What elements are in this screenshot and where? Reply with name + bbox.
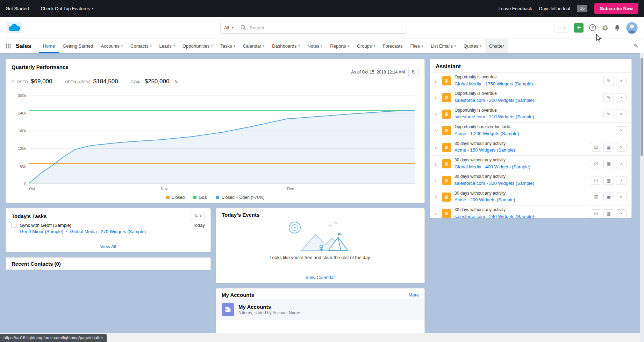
task-title[interactable]: Sync with Geoff (Sample) (20, 223, 71, 228)
app-launcher-button[interactable] (5, 42, 12, 50)
log-task-button[interactable]: ☑ (591, 209, 601, 218)
chevron-down-icon[interactable]: ▾ (211, 44, 213, 48)
assistant-item-link[interactable]: salesforce.com - 200 Widgets (Sample) (455, 98, 534, 103)
tab-dashboards[interactable]: Dashboards▾ (268, 39, 303, 53)
assistant-item-link[interactable]: Global Media - 400 Widgets (Sample) (455, 164, 530, 169)
chevron-down-icon[interactable]: ▾ (455, 44, 456, 48)
global-actions-button[interactable]: + (574, 23, 584, 33)
tab-contacts[interactable]: Contacts▾ (127, 39, 155, 53)
chevron-down-icon[interactable]: ▾ (263, 44, 264, 48)
chevron-right-icon[interactable]: › (435, 111, 438, 117)
assistant-item-link[interactable]: Acme - 200 Widgets (Sample) (455, 197, 515, 202)
chevron-down-icon[interactable]: ▾ (298, 44, 300, 48)
assistant-item-link[interactable]: Global Media - 1750 Widgets (Sample) (455, 81, 533, 86)
tab-quotes[interactable]: Quotes▾ (460, 39, 485, 53)
task-sort-button[interactable]: ⇅ ▾ (191, 212, 205, 220)
page-scrollbar[interactable] (640, 53, 644, 342)
tab-groups[interactable]: Groups▾ (353, 39, 379, 53)
metric-label: OPEN (>70%) (65, 80, 91, 84)
edit-button[interactable]: ✎ (603, 110, 614, 118)
view-all-link[interactable]: View All (100, 244, 116, 249)
search-scope-selector[interactable]: All ▾ (221, 22, 237, 33)
tab-forecasts[interactable]: Forecasts (379, 39, 407, 53)
get-started-link[interactable]: Get Started (6, 6, 29, 11)
tab-getting-started[interactable]: Getting Started (59, 39, 97, 53)
tab-label: Contacts (130, 43, 148, 49)
edit-page-icon[interactable]: ✎ (633, 41, 639, 51)
edit-goal-icon[interactable]: ✎ (174, 79, 178, 84)
chevron-right-icon[interactable]: › (435, 78, 438, 84)
dismiss-button[interactable]: × (616, 126, 627, 135)
task-contact-link[interactable]: Geoff Minor (Sample) (20, 229, 63, 234)
assistant-item-link[interactable]: Acme - 1,200 Widgets (Sample) (455, 131, 519, 136)
assistant-item-link[interactable]: Acme - 150 Widgets (Sample) (455, 147, 515, 153)
tab-chatter[interactable]: Chatter (485, 39, 508, 53)
chevron-down-icon[interactable]: ▾ (422, 44, 423, 48)
view-calendar-link[interactable]: View Calendar (306, 275, 335, 280)
edit-button[interactable]: ✎ (603, 77, 614, 85)
dismiss-button[interactable]: × (616, 176, 627, 185)
new-event-button[interactable]: ▦ (603, 143, 614, 152)
dismiss-button[interactable]: × (616, 93, 627, 102)
assistant-item-link[interactable]: salesforce.com - 320 Widgets (Sample) (455, 181, 534, 186)
new-event-button[interactable]: ▦ (603, 209, 614, 218)
global-search[interactable]: All ▾ (220, 22, 407, 34)
new-event-button[interactable]: ▦ (603, 160, 614, 168)
help-button[interactable]: ? (589, 24, 596, 31)
task-opportunity-link[interactable]: Global Media - 270 Widgets (Sample) (70, 229, 146, 234)
chevron-down-icon[interactable]: ▾ (173, 44, 175, 48)
chevron-right-icon[interactable]: › (435, 95, 438, 100)
task-checkbox[interactable] (12, 223, 16, 228)
tab-calendar[interactable]: Calendar▾ (239, 39, 268, 53)
dismiss-button[interactable]: × (616, 77, 627, 85)
new-event-button[interactable]: ▦ (603, 176, 614, 185)
dismiss-button[interactable]: × (616, 160, 627, 168)
tab-home[interactable]: Home (39, 39, 59, 53)
chevron-right-icon[interactable]: › (435, 161, 438, 167)
log-task-button[interactable]: ☑ (591, 160, 601, 168)
log-task-button[interactable]: ☑ (591, 193, 601, 201)
tab-accounts[interactable]: Accounts▾ (97, 39, 127, 53)
tab-notes[interactable]: Notes▾ (303, 39, 326, 53)
dismiss-button[interactable]: × (616, 143, 627, 152)
refresh-button[interactable]: ↻ (408, 67, 419, 77)
tab-list-emails[interactable]: List Emails▾ (427, 39, 460, 53)
chevron-down-icon[interactable]: ▾ (348, 44, 349, 48)
log-task-button[interactable]: ☑ (591, 176, 601, 185)
favorites-button[interactable]: ☆ ▾ (554, 23, 568, 33)
leave-feedback-link[interactable]: Leave Feedback (499, 6, 532, 11)
chevron-down-icon[interactable]: ▾ (121, 44, 123, 48)
accounts-list-title[interactable]: My Accounts (238, 304, 300, 310)
assistant-item-link[interactable]: salesforce.com - 210 Widgets (Sample) (455, 114, 534, 119)
dismiss-button[interactable]: × (616, 110, 627, 118)
tab-opportunities[interactable]: Opportunities▾ (179, 39, 216, 53)
tab-tasks[interactable]: Tasks▾ (216, 39, 239, 53)
chevron-down-icon[interactable]: ▾ (321, 44, 322, 48)
tab-files[interactable]: Files▾ (407, 39, 427, 53)
new-event-button[interactable]: ▦ (603, 193, 614, 201)
chevron-down-icon[interactable]: ▾ (234, 44, 235, 48)
scrollbar-thumb[interactable] (641, 58, 643, 156)
dismiss-button[interactable]: × (616, 193, 627, 201)
user-avatar[interactable] (626, 22, 638, 34)
chevron-right-icon[interactable]: › (435, 194, 438, 200)
chevron-down-icon[interactable]: ▾ (150, 44, 151, 48)
chevron-down-icon[interactable]: ▾ (374, 44, 375, 48)
top-features-menu[interactable]: Check Out Top Features ▾ (41, 6, 93, 11)
dismiss-button[interactable]: × (616, 209, 627, 218)
assistant-item-link[interactable]: salesforce.com - 240 Widgets (Sample) (455, 214, 534, 218)
search-input[interactable] (249, 25, 407, 31)
chevron-right-icon[interactable]: › (435, 211, 438, 216)
chevron-down-icon[interactable]: ▾ (480, 44, 481, 48)
notifications-bell-button[interactable] (614, 25, 621, 31)
chevron-right-icon[interactable]: › (435, 145, 438, 150)
subscribe-now-button[interactable]: Subscribe Now (594, 3, 638, 14)
edit-button[interactable]: ✎ (603, 93, 614, 102)
more-link[interactable]: More (408, 292, 419, 298)
log-task-button[interactable]: ☑ (591, 143, 601, 152)
tab-leads[interactable]: Leads▾ (155, 39, 178, 53)
tab-reports[interactable]: Reports▾ (326, 39, 353, 53)
chevron-right-icon[interactable]: › (435, 178, 438, 183)
chevron-right-icon[interactable]: › (435, 128, 438, 133)
setup-gear-button[interactable]: ⚙ (602, 24, 608, 32)
